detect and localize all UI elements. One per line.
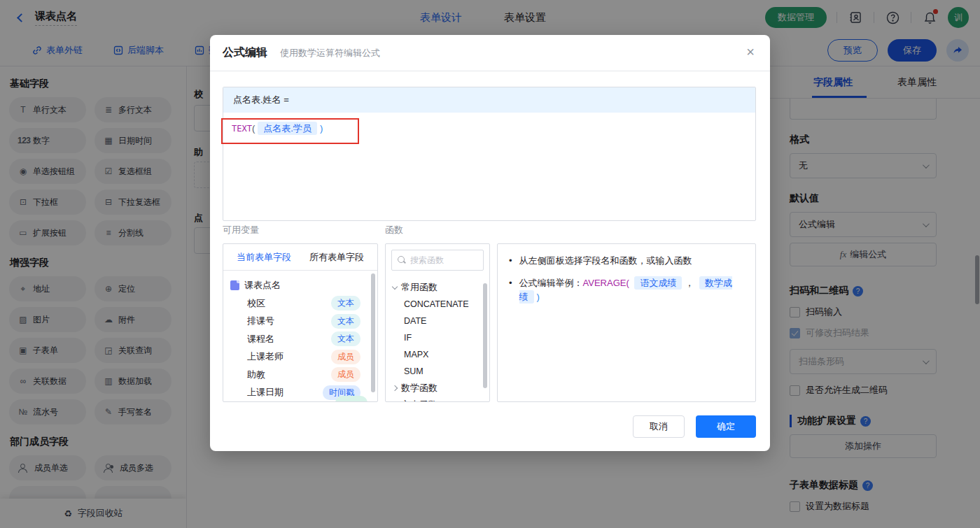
- search-icon: [398, 256, 406, 264]
- variable-row[interactable]: 排课号 文本: [230, 313, 370, 331]
- bullet-icon: •: [509, 254, 512, 268]
- paren-open: (: [252, 123, 255, 134]
- bullet-icon: •: [509, 276, 512, 304]
- type-badge: 文本: [331, 296, 360, 311]
- paren-close: ): [320, 123, 323, 134]
- function-item[interactable]: DATE: [393, 313, 482, 329]
- example-chip: 语文成绩: [634, 276, 682, 290]
- type-badge: 成员: [331, 367, 360, 382]
- tree-root-form[interactable]: 课表点名: [230, 276, 370, 294]
- function-group-math[interactable]: 数学函数: [393, 380, 482, 397]
- formula-editor: 点名表.姓名 = TEXT(点名表.学员): [223, 87, 756, 221]
- variables-scrollbar[interactable]: [371, 273, 375, 392]
- cancel-button[interactable]: 取消: [633, 415, 685, 438]
- app-screen: 课表点名 表单设计 表单设置 数据管理 训 表单外链: [0, 0, 980, 528]
- function-search: [391, 250, 484, 271]
- type-badge: 成员: [331, 350, 360, 364]
- formula-input-area[interactable]: TEXT(点名表.学员): [223, 113, 755, 220]
- modal-footer: 取消 确定: [633, 415, 756, 438]
- type-badge: 文本: [331, 331, 360, 346]
- variables-tree: 课表点名 校区 文本 排课号 文本 课程名 文本 上课老师 成员: [223, 271, 377, 401]
- tab-all-form-fields[interactable]: 所有表单字段: [309, 251, 364, 264]
- function-name: TEXT: [232, 124, 252, 134]
- help-tip-1: • 从左侧面板选择字段名和函数，或输入函数: [509, 254, 744, 268]
- clipped-type-badge: [335, 396, 368, 402]
- function-group-text[interactable]: 文本函数: [393, 397, 482, 402]
- function-tree: 常用函数 CONCATENATE DATE IF MAPX SUM 数学函数 文…: [386, 276, 489, 402]
- function-group-common[interactable]: 常用函数: [393, 279, 482, 296]
- variables-label: 可用变量: [223, 224, 259, 236]
- variable-row[interactable]: 助教 成员: [230, 366, 370, 384]
- variables-panel: 当前表单字段 所有表单字段 课表点名 校区 文本 排课号 文本 课程名: [223, 243, 378, 402]
- variable-row[interactable]: 校区 文本: [230, 294, 370, 313]
- variable-row[interactable]: 上课老师 成员: [230, 348, 370, 366]
- functions-label: 函数: [385, 224, 403, 236]
- functions-scrollbar[interactable]: [483, 283, 487, 388]
- modal-header: 公式编辑 使用数学运算符编辑公式 ×: [210, 35, 770, 71]
- variable-chip[interactable]: 点名表.学员: [258, 122, 317, 135]
- tab-current-form-fields[interactable]: 当前表单字段: [237, 251, 291, 264]
- function-item[interactable]: SUM: [393, 363, 482, 380]
- variable-row[interactable]: 课程名 文本: [230, 330, 370, 348]
- function-search-input[interactable]: [410, 255, 477, 265]
- function-item[interactable]: MAPX: [393, 346, 482, 363]
- formula-edit-modal: 公式编辑 使用数学运算符编辑公式 × 点名表.姓名 = TEXT(点名表.学员)…: [210, 35, 770, 451]
- function-item[interactable]: IF: [393, 329, 482, 346]
- example-paren-close: ): [537, 292, 540, 302]
- variables-tabs: 当前表单字段 所有表单字段: [223, 244, 377, 271]
- close-icon[interactable]: ×: [746, 45, 755, 59]
- modal-subtitle: 使用数学运算符编辑公式: [280, 47, 380, 59]
- example-function: AVERAGE(: [583, 278, 629, 288]
- help-body: • 从左侧面板选择字段名和函数，或输入函数 • 公式编辑举例：AVERAGE( …: [498, 244, 755, 322]
- function-item[interactable]: CONCATENATE: [393, 296, 482, 313]
- type-badge: 文本: [331, 314, 360, 329]
- modal-title: 公式编辑: [223, 45, 267, 60]
- functions-panel: 常用函数 CONCATENATE DATE IF MAPX SUM 数学函数 文…: [385, 243, 490, 402]
- confirm-button[interactable]: 确定: [696, 415, 756, 438]
- caret-down-icon: [392, 283, 398, 289]
- formula-target-expression: 点名表.姓名 =: [223, 87, 755, 113]
- document-icon: [230, 280, 239, 290]
- caret-right-icon: [392, 385, 398, 391]
- help-tip-2: • 公式编辑举例：AVERAGE( 语文成绩， 数学成绩): [509, 276, 744, 304]
- formula-help-panel: • 从左侧面板选择字段名和函数，或输入函数 • 公式编辑举例：AVERAGE( …: [497, 243, 756, 402]
